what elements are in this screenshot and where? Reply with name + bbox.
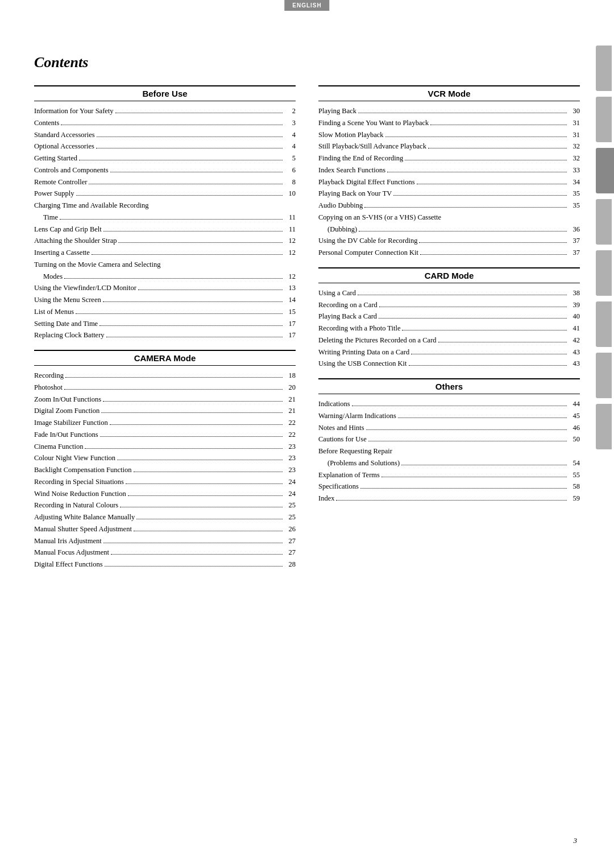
list-item: Charging Time and Available Recording — [34, 200, 296, 211]
list-item: Power Supply 10 — [34, 188, 296, 199]
side-tab-3[interactable] — [596, 148, 614, 193]
side-tab-6[interactable] — [596, 301, 612, 347]
list-item: Using the Menu Screen 14 — [34, 295, 296, 305]
page-number: 3 — [574, 836, 578, 845]
list-item: Recording in Special Situations 24 — [34, 477, 296, 487]
list-item: Still Playback/Still Advance Playback 32 — [318, 141, 580, 152]
list-item: Recording on a Card 39 — [318, 300, 580, 311]
vcr-mode-section: VCR Mode Playing Back 30 Finding a Scene… — [318, 85, 580, 258]
list-item: Indications 44 — [318, 399, 580, 410]
list-item: Replacing Clock Battery 17 — [34, 330, 296, 341]
list-item: Adjusting White Balance Manually 25 — [34, 512, 296, 523]
camera-mode-header: CAMERA Mode — [34, 350, 296, 366]
list-item: Manual Iris Adjustment 27 — [34, 536, 296, 547]
list-item: Deleting the Pictures Recorded on a Card… — [318, 335, 580, 346]
list-item: Optional Accessories 4 — [34, 141, 296, 152]
list-item: Index Search Functions 33 — [318, 165, 580, 176]
list-item: Using the USB Connection Kit 43 — [318, 358, 580, 369]
list-item: Recording with a Photo Title 41 — [318, 323, 580, 334]
list-item: Zoom In/Out Functions 21 — [34, 394, 296, 405]
list-item: (Problems and Solutions) 54 — [318, 458, 580, 469]
list-item: Photoshot 20 — [34, 382, 296, 393]
list-item: Personal Computer Connection Kit 37 — [318, 247, 580, 258]
list-item: Fade In/Out Functions 22 — [34, 429, 296, 440]
list-item: Copying on an S-VHS (or a VHS) Cassette — [318, 212, 580, 223]
list-item: Using a Card 38 — [318, 288, 580, 299]
left-column: Before Use Information for Your Safety 2… — [34, 85, 296, 579]
list-item: Remote Controller 8 — [34, 177, 296, 188]
list-item: List of Menus 15 — [34, 307, 296, 317]
list-item: Colour Night View Function 23 — [34, 453, 296, 464]
page-container: ENGLISH Contents Before Use Information … — [0, 0, 614, 868]
list-item: Cautions for Use 50 — [318, 434, 580, 445]
card-mode-section: CARD Mode Using a Card 38 Recording on a… — [318, 267, 580, 369]
list-item: Modes 12 — [34, 271, 296, 282]
list-item: Playing Back 30 — [318, 106, 580, 117]
others-section: Others Indications 44 Warning/Alarm Indi… — [318, 378, 580, 504]
vcr-mode-header: VCR Mode — [318, 85, 580, 101]
language-tab: ENGLISH — [284, 0, 329, 11]
before-use-section: Before Use Information for Your Safety 2… — [34, 85, 296, 341]
list-item: Digital Zoom Function 21 — [34, 406, 296, 416]
list-item: Turning on the Movie Camera and Selectin… — [34, 259, 296, 270]
list-item: Notes and Hints 46 — [318, 423, 580, 433]
list-item: Wind Noise Reduction Function 24 — [34, 489, 296, 499]
list-item: Inserting a Cassette 12 — [34, 247, 296, 258]
right-column: VCR Mode Playing Back 30 Finding a Scene… — [318, 85, 580, 579]
list-item: Specifications 58 — [318, 481, 580, 492]
list-item: Cinema Function 23 — [34, 441, 296, 452]
list-item: Time 11 — [34, 212, 296, 223]
list-item: Digital Effect Functions 28 — [34, 559, 296, 570]
list-item: (Dubbing) 36 — [318, 224, 580, 235]
list-item: Warning/Alarm Indications 45 — [318, 411, 580, 421]
list-item: Playing Back on Your TV 35 — [318, 188, 580, 199]
list-item: Index 59 — [318, 493, 580, 504]
list-item: Image Stabilizer Function 22 — [34, 418, 296, 428]
list-item: Recording in Natural Colours 25 — [34, 500, 296, 511]
list-item: Using the DV Cable for Recording 37 — [318, 235, 580, 246]
list-item: Setting Date and Time 17 — [34, 319, 296, 329]
list-item: Lens Cap and Grip Belt 11 — [34, 224, 296, 235]
list-item: Standard Accessories 4 — [34, 130, 296, 140]
side-tab-7[interactable] — [596, 353, 612, 398]
before-use-header: Before Use — [34, 85, 296, 101]
list-item: Getting Started 5 — [34, 153, 296, 164]
side-tab-8[interactable] — [596, 404, 612, 449]
list-item: Writing Printing Data on a Card 43 — [318, 347, 580, 358]
side-tab-1[interactable] — [596, 46, 612, 91]
side-tab-4[interactable] — [596, 199, 612, 245]
list-item: Audio Dubbing 35 — [318, 200, 580, 211]
list-item: Manual Focus Adjustment 27 — [34, 547, 296, 558]
list-item: Contents 3 — [34, 118, 296, 129]
list-item: Recording 18 — [34, 370, 296, 381]
others-header: Others — [318, 378, 580, 394]
card-mode-header: CARD Mode — [318, 267, 580, 283]
list-item: Finding a Scene You Want to Playback 31 — [318, 118, 580, 129]
side-tabs — [596, 0, 614, 455]
list-item: Controls and Components 6 — [34, 165, 296, 176]
camera-mode-section: CAMERA Mode Recording 18 Photoshot 20 Zo… — [34, 350, 296, 570]
list-item: Before Requesting Repair — [318, 446, 580, 457]
list-item: Playing Back a Card 40 — [318, 311, 580, 322]
side-tab-5[interactable] — [596, 250, 612, 296]
list-item: Finding the End of Recording 32 — [318, 153, 580, 164]
list-item: Using the Viewfinder/LCD Monitor 13 — [34, 283, 296, 294]
list-item: Explanation of Terms 55 — [318, 470, 580, 481]
list-item: Attaching the Shoulder Strap 12 — [34, 235, 296, 246]
list-item: Slow Motion Playback 31 — [318, 130, 580, 140]
list-item: Information for Your Safety 2 — [34, 106, 296, 117]
list-item: Playback Digital Effect Functions 34 — [318, 177, 580, 188]
list-item: Manual Shutter Speed Adjustment 26 — [34, 524, 296, 535]
side-tab-2[interactable] — [596, 97, 612, 142]
list-item: Backlight Compensation Function 23 — [34, 465, 296, 476]
contents-layout: Before Use Information for Your Safety 2… — [34, 85, 580, 579]
page-title: Contents — [34, 54, 580, 71]
